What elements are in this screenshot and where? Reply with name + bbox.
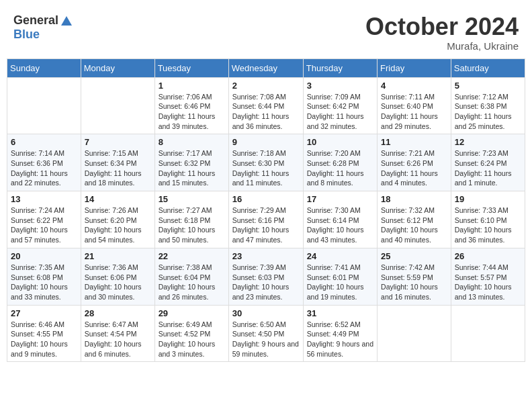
day-info: Sunrise: 7:12 AMSunset: 6:38 PMDaylight:… xyxy=(455,92,521,132)
logo-general-text: General xyxy=(13,14,58,28)
day-info: Sunrise: 7:23 AMSunset: 6:24 PMDaylight:… xyxy=(455,148,521,188)
day-number: 12 xyxy=(455,137,521,147)
calendar-row: 20 Sunrise: 7:35 AMSunset: 6:08 PMDaylig… xyxy=(7,248,525,305)
calendar-cell xyxy=(378,305,451,362)
day-info: Sunrise: 7:14 AMSunset: 6:36 PMDaylight:… xyxy=(11,148,77,188)
calendar-cell: 20 Sunrise: 7:35 AMSunset: 6:08 PMDaylig… xyxy=(7,248,81,305)
calendar-cell xyxy=(81,77,154,134)
calendar-cell: 22 Sunrise: 7:38 AMSunset: 6:04 PMDaylig… xyxy=(154,248,228,305)
day-info: Sunrise: 6:52 AMSunset: 4:49 PMDaylight:… xyxy=(307,320,373,359)
day-number: 5 xyxy=(455,81,521,91)
calendar-cell: 17 Sunrise: 7:30 AMSunset: 6:14 PMDaylig… xyxy=(303,191,377,248)
calendar-table: Sunday Monday Tuesday Wednesday Thursday… xyxy=(7,58,525,363)
calendar-cell: 11 Sunrise: 7:21 AMSunset: 6:26 PMDaylig… xyxy=(378,134,451,191)
calendar-cell: 25 Sunrise: 7:42 AMSunset: 5:59 PMDaylig… xyxy=(378,248,451,305)
day-info: Sunrise: 7:26 AMSunset: 6:20 PMDaylight:… xyxy=(85,205,151,245)
day-info: Sunrise: 6:49 AMSunset: 4:52 PMDaylight:… xyxy=(159,320,225,359)
logo: General Blue xyxy=(13,13,73,42)
calendar-cell: 23 Sunrise: 7:39 AMSunset: 6:03 PMDaylig… xyxy=(228,248,303,305)
day-number: 14 xyxy=(85,194,151,204)
day-number: 22 xyxy=(159,251,225,261)
calendar-row: 6 Sunrise: 7:14 AMSunset: 6:36 PMDayligh… xyxy=(7,134,525,191)
calendar-cell: 26 Sunrise: 7:44 AMSunset: 5:57 PMDaylig… xyxy=(451,248,525,305)
day-number: 24 xyxy=(307,251,373,261)
day-number: 8 xyxy=(159,137,225,147)
header-saturday: Saturday xyxy=(451,58,525,77)
day-info: Sunrise: 7:42 AMSunset: 5:59 PMDaylight:… xyxy=(381,263,447,302)
day-info: Sunrise: 7:33 AMSunset: 6:10 PMDaylight:… xyxy=(455,205,521,245)
day-info: Sunrise: 7:21 AMSunset: 6:26 PMDaylight:… xyxy=(381,148,447,188)
header-wednesday: Wednesday xyxy=(228,58,303,77)
day-info: Sunrise: 7:30 AMSunset: 6:14 PMDaylight:… xyxy=(307,205,373,245)
day-number: 11 xyxy=(381,137,447,147)
day-number: 25 xyxy=(381,251,447,261)
day-info: Sunrise: 7:24 AMSunset: 6:22 PMDaylight:… xyxy=(11,205,77,245)
calendar-cell xyxy=(7,77,81,134)
day-info: Sunrise: 7:29 AMSunset: 6:16 PMDaylight:… xyxy=(232,205,300,245)
calendar-row-1: 1 Sunrise: 7:06 AMSunset: 6:46 PMDayligh… xyxy=(7,77,525,134)
day-number: 17 xyxy=(307,194,373,204)
day-number: 2 xyxy=(232,81,300,91)
calendar-cell xyxy=(451,305,525,362)
day-number: 10 xyxy=(307,137,373,147)
day-info: Sunrise: 7:41 AMSunset: 6:01 PMDaylight:… xyxy=(307,263,373,302)
calendar-cell: 30 Sunrise: 6:50 AMSunset: 4:50 PMDaylig… xyxy=(228,305,303,362)
day-number: 18 xyxy=(381,194,447,204)
day-info: Sunrise: 7:15 AMSunset: 6:34 PMDaylight:… xyxy=(85,148,151,188)
header-tuesday: Tuesday xyxy=(154,58,228,77)
day-info: Sunrise: 7:09 AMSunset: 6:42 PMDaylight:… xyxy=(307,92,373,132)
day-info: Sunrise: 7:20 AMSunset: 6:28 PMDaylight:… xyxy=(307,148,373,188)
day-info: Sunrise: 7:17 AMSunset: 6:32 PMDaylight:… xyxy=(159,148,225,188)
calendar-cell: 31 Sunrise: 6:52 AMSunset: 4:49 PMDaylig… xyxy=(303,305,377,362)
day-number: 26 xyxy=(455,251,521,261)
logo-icon xyxy=(60,15,73,28)
day-number: 31 xyxy=(307,308,373,318)
calendar-cell: 3 Sunrise: 7:09 AMSunset: 6:42 PMDayligh… xyxy=(303,77,377,134)
day-info: Sunrise: 6:50 AMSunset: 4:50 PMDaylight:… xyxy=(232,320,300,359)
header-sunday: Sunday xyxy=(7,58,81,77)
calendar-cell: 13 Sunrise: 7:24 AMSunset: 6:22 PMDaylig… xyxy=(7,191,81,248)
day-number: 20 xyxy=(11,251,77,261)
calendar-cell: 29 Sunrise: 6:49 AMSunset: 4:52 PMDaylig… xyxy=(154,305,228,362)
calendar-cell: 1 Sunrise: 7:06 AMSunset: 6:46 PMDayligh… xyxy=(154,77,228,134)
header-monday: Monday xyxy=(81,58,154,77)
calendar-cell: 15 Sunrise: 7:27 AMSunset: 6:18 PMDaylig… xyxy=(154,191,228,248)
header-thursday: Thursday xyxy=(303,58,377,77)
day-info: Sunrise: 7:18 AMSunset: 6:30 PMDaylight:… xyxy=(232,148,300,188)
page-header: General Blue October 2024 Murafa, Ukrain… xyxy=(7,7,525,55)
calendar-header-row: Sunday Monday Tuesday Wednesday Thursday… xyxy=(7,58,525,77)
calendar-cell: 7 Sunrise: 7:15 AMSunset: 6:34 PMDayligh… xyxy=(81,134,154,191)
calendar-cell: 2 Sunrise: 7:08 AMSunset: 6:44 PMDayligh… xyxy=(228,77,303,134)
day-number: 21 xyxy=(85,251,151,261)
day-number: 15 xyxy=(159,194,225,204)
svg-marker-0 xyxy=(61,16,72,26)
calendar-cell: 14 Sunrise: 7:26 AMSunset: 6:20 PMDaylig… xyxy=(81,191,154,248)
calendar-cell: 16 Sunrise: 7:29 AMSunset: 6:16 PMDaylig… xyxy=(228,191,303,248)
day-number: 6 xyxy=(11,137,77,147)
calendar-cell: 19 Sunrise: 7:33 AMSunset: 6:10 PMDaylig… xyxy=(451,191,525,248)
day-number: 29 xyxy=(159,308,225,318)
month-title: October 2024 xyxy=(365,13,519,40)
day-info: Sunrise: 7:36 AMSunset: 6:06 PMDaylight:… xyxy=(85,263,151,302)
day-number: 9 xyxy=(232,137,300,147)
calendar-cell: 9 Sunrise: 7:18 AMSunset: 6:30 PMDayligh… xyxy=(228,134,303,191)
day-number: 23 xyxy=(232,251,300,261)
calendar-cell: 4 Sunrise: 7:11 AMSunset: 6:40 PMDayligh… xyxy=(378,77,451,134)
day-number: 16 xyxy=(232,194,300,204)
calendar-row: 27 Sunrise: 6:46 AMSunset: 4:55 PMDaylig… xyxy=(7,305,525,362)
calendar-cell: 21 Sunrise: 7:36 AMSunset: 6:06 PMDaylig… xyxy=(81,248,154,305)
calendar-cell: 5 Sunrise: 7:12 AMSunset: 6:38 PMDayligh… xyxy=(451,77,525,134)
calendar-row: 13 Sunrise: 7:24 AMSunset: 6:22 PMDaylig… xyxy=(7,191,525,248)
day-info: Sunrise: 7:35 AMSunset: 6:08 PMDaylight:… xyxy=(11,263,77,302)
calendar-cell: 24 Sunrise: 7:41 AMSunset: 6:01 PMDaylig… xyxy=(303,248,377,305)
day-number: 3 xyxy=(307,81,373,91)
calendar-cell: 6 Sunrise: 7:14 AMSunset: 6:36 PMDayligh… xyxy=(7,134,81,191)
logo-blue-text: Blue xyxy=(13,28,73,42)
calendar-cell: 8 Sunrise: 7:17 AMSunset: 6:32 PMDayligh… xyxy=(154,134,228,191)
calendar-cell: 18 Sunrise: 7:32 AMSunset: 6:12 PMDaylig… xyxy=(378,191,451,248)
day-number: 7 xyxy=(85,137,151,147)
day-info: Sunrise: 6:47 AMSunset: 4:54 PMDaylight:… xyxy=(85,320,151,359)
day-number: 27 xyxy=(11,308,77,318)
location-subtitle: Murafa, Ukraine xyxy=(365,40,519,52)
calendar-cell: 12 Sunrise: 7:23 AMSunset: 6:24 PMDaylig… xyxy=(451,134,525,191)
